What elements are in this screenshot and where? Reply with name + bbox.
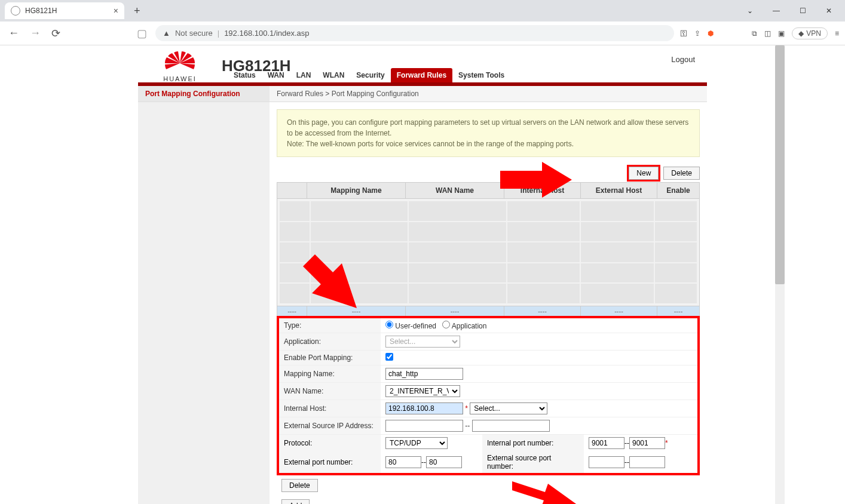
enable-checkbox[interactable]: [385, 353, 393, 361]
back-button[interactable]: ←: [6, 24, 22, 42]
forward-button[interactable]: →: [27, 24, 43, 42]
logout-link[interactable]: Logout: [671, 55, 695, 64]
ext-port-to[interactable]: [426, 456, 462, 468]
ext-port-from[interactable]: [385, 456, 421, 468]
share-icon[interactable]: ⇪: [694, 29, 700, 38]
int-port-to[interactable]: [629, 437, 665, 449]
ext-src-ip-label: External Source IP Address:: [279, 417, 381, 435]
globe-icon: [11, 6, 20, 16]
enable-label: Enable Port Mapping:: [279, 351, 381, 365]
radio-user-defined[interactable]: User-defined: [385, 322, 436, 330]
form-section: Type: User-defined Application Applicati…: [277, 316, 700, 475]
int-port-label: Internal port number:: [482, 435, 584, 451]
ext-src-ip-from[interactable]: [385, 420, 463, 432]
grid-header: Mapping Name WAN Name Internal Host Exte…: [277, 182, 700, 199]
type-label: Type:: [279, 318, 381, 333]
wan-name-select[interactable]: 2_INTERNET_R_VII: [385, 385, 460, 397]
mapping-name-input[interactable]: [385, 368, 463, 380]
new-button[interactable]: New: [629, 167, 659, 180]
ext-src-port-to[interactable]: [629, 456, 665, 468]
nav-security[interactable]: Security: [350, 68, 390, 82]
ext-src-port-label: External source port number:: [482, 451, 584, 473]
brand-text: HUAWEI: [163, 75, 197, 82]
ext-src-ip-to[interactable]: [472, 420, 550, 432]
extensions-icon[interactable]: ⧉: [752, 29, 757, 38]
nav-lan[interactable]: LAN: [290, 68, 317, 82]
huawei-logo: [165, 51, 195, 74]
warning-icon: ▲: [163, 29, 170, 38]
ext-port-label: External port number:: [279, 451, 381, 473]
nav-wan[interactable]: WAN: [262, 68, 290, 82]
menu-icon[interactable]: ≡: [835, 29, 839, 38]
application-select: Select...: [385, 336, 460, 348]
internal-host-label: Internal Host:: [279, 400, 381, 417]
sidebar-port-mapping[interactable]: Port Mapping Configuration: [138, 86, 270, 102]
new-tab-button[interactable]: +: [129, 5, 145, 17]
dropdown-chevron-icon[interactable]: ⌄: [739, 2, 761, 19]
add-button[interactable]: Add: [281, 499, 310, 504]
delete-button[interactable]: Delete: [663, 167, 700, 180]
address-bar[interactable]: ▲ Not secure | 192.168.100.1/index.asp: [155, 25, 674, 41]
key-icon[interactable]: ⚿: [680, 29, 687, 38]
vpn-badge[interactable]: ◆ VPN: [792, 27, 828, 39]
security-label: Not secure: [175, 29, 213, 38]
nav-status[interactable]: Status: [228, 68, 262, 82]
browser-tab[interactable]: HG8121H ×: [5, 2, 124, 19]
scrollbar-thumb[interactable]: [775, 45, 785, 284]
radio-application[interactable]: Application: [442, 322, 486, 330]
brave-shield-icon[interactable]: ⬢: [708, 29, 714, 38]
info-box: On this page, you can configure port map…: [277, 109, 700, 157]
reload-button[interactable]: ⟳: [49, 24, 63, 42]
nav-wlan[interactable]: WLAN: [317, 68, 350, 82]
tab-title: HG8121H: [25, 7, 57, 15]
close-tab-icon[interactable]: ×: [114, 6, 118, 16]
internal-host-select[interactable]: Select...: [470, 402, 547, 414]
wan-name-label: WAN Name:: [279, 383, 381, 400]
mapping-name-label: Mapping Name:: [279, 365, 381, 383]
selected-row[interactable]: ---- ---- ---- ---- ---- ----: [277, 306, 700, 316]
protocol-select[interactable]: TCP/UDP: [385, 437, 448, 449]
sidepanel-icon[interactable]: ◫: [764, 29, 771, 38]
minimize-icon[interactable]: —: [765, 2, 788, 19]
ext-src-port-from[interactable]: [589, 456, 624, 468]
scrollbar[interactable]: [775, 45, 785, 504]
delete-row-button[interactable]: Delete: [281, 479, 318, 492]
internal-host-input[interactable]: [385, 402, 463, 414]
nav-forward-rules[interactable]: Forward Rules: [391, 68, 452, 82]
protocol-label: Protocol:: [279, 435, 381, 451]
maximize-icon[interactable]: ☐: [791, 2, 814, 19]
nav-system-tools[interactable]: System Tools: [452, 68, 510, 82]
grid-body: [277, 199, 700, 306]
int-port-from[interactable]: [589, 437, 624, 449]
application-label: Application:: [279, 333, 381, 351]
bookmark-icon[interactable]: ▢: [134, 24, 149, 42]
url-text: 192.168.100.1/index.asp: [224, 29, 309, 38]
breadcrumb: Forward Rules > Port Mapping Configurati…: [270, 86, 707, 102]
close-window-icon[interactable]: ✕: [818, 2, 840, 19]
wallet-icon[interactable]: ▣: [778, 29, 785, 38]
